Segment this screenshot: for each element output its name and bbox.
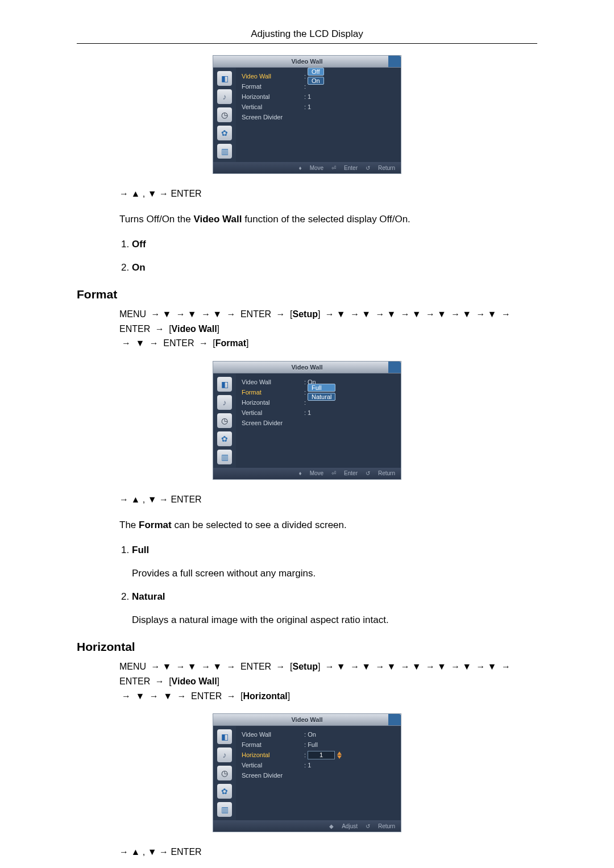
down-icon: ▼ [337,662,346,671]
multi-icon: ▥ [217,450,232,464]
osd-body: ◧ ♪ ◷ ✿ ▥ Video Wall : Off On [213,68,401,162]
arrow-icon: → [176,662,185,671]
enter-label: ENTER [240,662,271,671]
footer-adjust-icon: ◆ [329,823,334,829]
down-icon: ▼ [148,847,157,857]
enter-label: ENTER [163,338,194,348]
osd-icon-column: ◧ ♪ ◷ ✿ ▥ [213,726,236,820]
horizontal-bracket: Horizontal [243,691,288,701]
osd-row-vertical: Vertical : 1 [242,760,395,770]
osd-label-screendivider: Screen Divider [242,114,304,121]
osd-label-screendivider: Screen Divider [242,772,304,779]
down-icon: ▼ [412,309,421,319]
osd-option-full[interactable]: Full [308,384,335,392]
multi-icon: ▥ [217,802,232,817]
arrow-icon: → [451,662,460,671]
osd-row-videowall: Video Wall : On [242,729,395,740]
footer-return-icon: ↺ [366,470,370,476]
option-off: Off [132,239,146,250]
sound-icon: ♪ [217,747,232,762]
footer-move-icon: ♦ [299,165,302,171]
down-icon: ▼ [135,338,144,348]
osd-option-off[interactable]: Off [308,68,324,76]
text-strong: Video Wall [193,214,242,225]
osd-title: Video Wall [213,714,401,726]
osd-option-on[interactable]: On [308,77,324,85]
osd-label-vertical: Vertical [242,103,304,110]
option-natural-desc: Displays a natural image with the origin… [132,612,537,628]
osd-label-horizontal: Horizontal [242,399,304,406]
arrow-icon: → [276,309,285,319]
footer-return: Return [378,823,395,829]
osd-panel: Video Wall ◧ ♪ ◷ ✿ ▥ Video Wall : On [213,361,401,480]
arrow-icon: → [119,189,128,198]
arrow-icon: → [159,189,168,198]
osd-row-screendivider: Screen Divider [242,770,395,780]
osd-value-v: 1 [308,103,311,110]
up-icon: ▲ [131,495,140,504]
osd-footer: ♦ Move ⏎ Enter ↺ Return [213,468,401,479]
arrow-icon: → [199,338,208,348]
arrow-icon: → [201,309,210,319]
videowall-bracket: Video Wall [172,676,217,686]
enter-label: ENTER [240,309,271,319]
osd-icon-column: ◧ ♪ ◷ ✿ ▥ [213,68,236,162]
body-block-format: → ▲ , ▼ → ENTER The Format can be select… [119,492,537,628]
osd-option-natural[interactable]: Natural [308,393,335,401]
arrow-icon: → [226,309,235,319]
format-options: Full Provides a full screen without any … [119,542,537,628]
nav-seq-3: → ▲ , ▼ → ENTER [119,845,537,859]
colon: : [304,399,308,406]
osd-label-screendivider: Screen Divider [242,420,304,426]
osd-body: ◧ ♪ ◷ ✿ ▥ Video Wall : On Format : Full [213,726,401,820]
option-natural: Natural [132,591,165,602]
osd-value-vw: : On [304,731,316,738]
osd-rows: Video Wall : On Format : Full Horizontal… [236,726,401,820]
arrow-icon: → [476,662,486,671]
picture-icon: ◧ [217,377,232,392]
arrow-icon: → [119,495,128,504]
osd-label-horizontal: Horizontal [242,751,304,758]
up-icon: ▲ [131,189,140,198]
arrow-icon: → [155,324,164,334]
list-item: Off [132,236,537,252]
picture-icon: ◧ [217,729,232,744]
arrow-icon: → [426,309,435,319]
up-icon: ▲ [131,847,140,857]
footer-enter-icon: ⏎ [331,470,336,476]
osd-label-videowall: Video Wall [242,379,304,385]
osd-row-horizontal: Horizontal : 1 [242,750,395,760]
footer-return: Return [378,470,395,476]
down-icon: ▼ [213,309,222,319]
enter-label: ENTER [119,324,150,334]
arrow-icon: → [426,662,435,671]
setup-icon: ✿ [217,126,232,140]
arrow-icon: → [325,309,334,319]
footer-enter-icon: ⏎ [331,165,336,171]
step-down-icon[interactable] [337,755,342,759]
osd-panel: Video Wall ◧ ♪ ◷ ✿ ▥ Video Wall : On For… [213,713,401,832]
osd-label-format: Format [242,389,304,396]
down-icon: ▼ [437,309,446,319]
footer-return-icon: ↺ [366,165,370,171]
down-icon: ▼ [213,662,222,671]
arrow-icon: → [150,338,159,348]
arrow-icon: → [375,662,384,671]
osd-horizontal-wrap: Video Wall ◧ ♪ ◷ ✿ ▥ Video Wall : On For… [77,713,537,832]
arrow-icon: → [151,662,160,671]
enter-label: ENTER [171,495,201,504]
osd-value-v: : 1 [304,762,311,769]
osd-footer: ♦ Move ⏎ Enter ↺ Return [213,162,401,173]
step-up-icon[interactable] [337,751,342,755]
section-heading-format: Format [77,288,537,301]
enter-label: ENTER [171,189,201,198]
arrow-icon: → [122,691,131,701]
nav-horizontal-wrap: MENU →▼ →▼ →▼ → ENTER → [Setup] →▼ →▼ →▼… [119,659,537,703]
down-icon: ▼ [148,189,157,198]
osd-label-format: Format [242,83,304,90]
horizontal-stepper[interactable]: 1 [308,751,342,759]
down-icon: ▼ [412,662,421,671]
arrow-icon: → [119,847,128,857]
osd-row-screendivider: Screen Divider [242,112,395,122]
arrow-icon: → [226,662,235,671]
